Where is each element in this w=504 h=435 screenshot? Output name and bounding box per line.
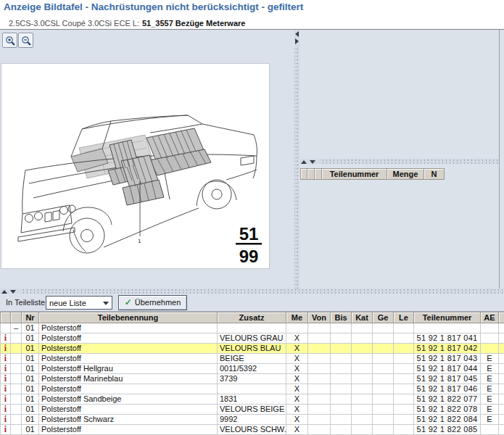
info-icon: i [1, 394, 11, 405]
expander-cell[interactable] [11, 394, 22, 405]
info-icon: i [1, 364, 11, 374]
info-icon: i [1, 405, 11, 415]
parts-row[interactable]: – 01 Polsterstoff [1, 323, 504, 334]
vertical-splitter-arrows[interactable] [294, 30, 299, 46]
cell-teilebenennung: Polsterstoff [39, 323, 218, 334]
parts-row[interactable]: i 01 Polsterstoff VELOURS BLAU X 51 92 1… [1, 344, 504, 354]
col-zusatz[interactable]: Zusatz [218, 312, 286, 323]
cell-zusatz [218, 384, 286, 394]
col-von[interactable]: Von [308, 312, 331, 323]
parts-row[interactable]: i 01 Polsterstoff Sandbeige 1831 X 51 92… [1, 394, 504, 405]
bildtafel-drawing-area[interactable]: 1 51 99 [1, 63, 270, 269]
parts-row[interactable]: i 01 Polsterstoff Hellgrau 0011/5392 X 5… [1, 364, 504, 374]
parts-row[interactable]: i 01 Polsterstoff Schwarz 9992 X 51 92 1… [1, 415, 504, 425]
expander-cell[interactable] [11, 364, 22, 374]
col-kat[interactable]: Kat [352, 312, 373, 323]
parts-row[interactable]: i 01 Polsterstoff X 51 92 1 817 046 E [1, 384, 504, 394]
etk-window: Anzeige Bildtafel - Nachrüstungen nicht … [0, 0, 504, 435]
collapse-right-icon [295, 38, 299, 44]
col-teilenummer[interactable]: Teilenummer [414, 312, 481, 323]
right-horizontal-splitter[interactable] [299, 159, 499, 164]
cell-ae: E [481, 374, 499, 384]
cell-ge [373, 354, 394, 364]
cell-teilebenennung: Polsterstoff [39, 425, 218, 435]
info-icon: i [1, 344, 11, 354]
teileliste-select[interactable]: neue Liste [46, 296, 112, 310]
uebernehmen-button[interactable]: ✓Übernehmen [118, 295, 187, 310]
cell-tail [499, 364, 504, 374]
cell-ae: E [481, 394, 499, 405]
cell-me: X [286, 354, 308, 364]
zoom-out-button[interactable] [18, 33, 33, 48]
cell-nr: 01 [22, 323, 39, 334]
col-nr[interactable]: Nr [22, 312, 39, 323]
expander-cell[interactable]: – [11, 323, 22, 334]
figure-group-number: 51 [239, 224, 259, 244]
cell-bis [331, 394, 352, 405]
col-tail [499, 312, 504, 323]
cell-tail [499, 384, 504, 394]
header: Anzeige Bildtafel - Nachrüstungen nicht … [0, 0, 504, 29]
col-teilebenennung[interactable]: Teilebenennung [39, 312, 218, 323]
vertical-splitter[interactable] [294, 30, 299, 289]
cell-le [394, 323, 414, 334]
cell-ae: E [481, 384, 499, 394]
cell-kat [352, 334, 373, 344]
page-title: Anzeige Bildtafel - Nachrüstungen nicht … [4, 1, 303, 12]
parts-row[interactable]: i 01 Polsterstoff VELOURS SCHW... X 51 9… [1, 425, 504, 435]
cell-von [308, 354, 331, 364]
parts-row[interactable]: i 01 Polsterstoff BEIGE X 51 92 1 817 04… [1, 354, 504, 364]
cell-tail [499, 334, 504, 344]
expander-cell[interactable] [11, 374, 22, 384]
cell-kat [352, 364, 373, 374]
cell-le [394, 384, 414, 394]
expander-cell[interactable] [11, 334, 22, 344]
collapse-left-icon [295, 31, 299, 37]
preview-col-teilenummer: Teilenummer [322, 168, 387, 180]
cell-ge [373, 334, 394, 344]
cell-teilenummer: 51 92 1 822 085 [414, 425, 481, 435]
cell-teilenummer [414, 323, 481, 334]
cell-teilenummer: 51 92 1 817 042 [414, 344, 481, 354]
cell-le [394, 415, 414, 425]
zoom-in-button[interactable] [2, 33, 17, 48]
expander-cell[interactable] [11, 415, 22, 425]
cell-von [308, 374, 331, 384]
preview-col-blank2 [307, 168, 315, 180]
parts-row[interactable]: i 01 Polsterstoff VELOURS GRAU X 51 92 1… [1, 334, 504, 344]
collapse-down-icon [310, 160, 315, 164]
cell-ae: E [481, 364, 499, 374]
expander-cell[interactable] [11, 354, 22, 364]
col-bis[interactable]: Bis [331, 312, 352, 323]
cell-teilebenennung: Polsterstoff Sandbeige [39, 394, 218, 405]
cell-zusatz: BEIGE [218, 354, 286, 364]
col-me[interactable]: Me [286, 312, 308, 323]
cell-von [308, 323, 331, 334]
cell-tail [499, 344, 504, 354]
cell-zusatz: VELOURS BEIGE [218, 405, 286, 415]
cell-ae [481, 334, 499, 344]
cell-nr: 01 [22, 374, 39, 384]
cell-nr: 01 [22, 394, 39, 405]
info-icon: i [1, 354, 11, 364]
cell-me: X [286, 384, 308, 394]
parts-row[interactable]: i 01 Polsterstoff VELOURS BEIGE X 51 92 … [1, 405, 504, 415]
cell-tail [499, 425, 504, 435]
collapse-up-icon [1, 290, 7, 294]
expander-cell[interactable] [11, 344, 22, 354]
expander-cell[interactable] [11, 384, 22, 394]
expander-cell[interactable] [11, 405, 22, 415]
cell-ae [481, 425, 499, 435]
parts-row[interactable]: i 01 Polsterstoff Marineblau 3739 X 51 9… [1, 374, 504, 384]
cell-nr: 01 [22, 384, 39, 394]
expander-cell[interactable] [11, 425, 22, 435]
info-icon: i [1, 334, 11, 344]
cell-zusatz: VELOURS SCHW... [218, 425, 286, 435]
col-ge[interactable]: Ge [373, 312, 394, 323]
col-ae[interactable]: AE [481, 312, 499, 323]
cell-le [394, 405, 414, 415]
col-le[interactable]: Le [394, 312, 414, 323]
main-horizontal-splitter[interactable] [0, 289, 504, 294]
cell-le [394, 344, 414, 354]
cell-teilebenennung: Polsterstoff [39, 354, 218, 364]
